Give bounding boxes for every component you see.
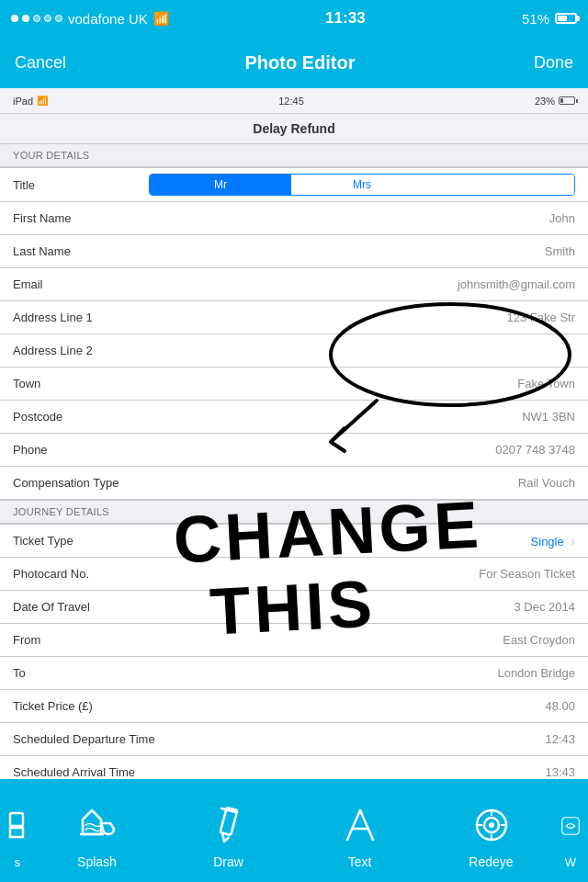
ipad-label: iPad [13,96,33,107]
ipad-battery-body [559,96,575,105]
value-compensation: Rail Vouch [141,476,575,490]
label-compensation: Compensation Type [13,476,141,490]
tool-item-partial-right: W [557,793,584,869]
main-content: iPad 📶 12:45 23% Delay Refund YOUR DETAI… [0,88,588,779]
svg-rect-3 [10,813,23,826]
section-journey-details: JOURNEY DETAILS [0,500,588,524]
value-price: 48.00 [141,699,575,713]
value-last-name: Smith [141,244,575,258]
label-arrival: Scheduled Arrival Time [13,765,141,779]
value-first-name: John [141,211,575,225]
tool-text[interactable]: Text [294,792,425,869]
text-icon [336,801,384,849]
dot-1 [11,15,18,22]
value-ticket-type: Single › [141,534,575,548]
label-town: Town [13,377,141,390]
done-button[interactable]: Done [534,53,573,73]
value-arrival: 13:43 [141,765,575,779]
label-first-name: First Name [13,211,141,225]
ipad-status-bar: iPad 📶 12:45 23% [0,88,588,114]
label-postcode: Postcode [13,410,141,424]
tool-item-partial-left: s [4,793,31,869]
field-departure: Scheduled Departure Time 12:43 [0,723,588,756]
ipad-status-left: iPad 📶 [13,96,48,107]
field-compensation: Compensation Type Rail Vouch [0,467,588,500]
title-segment[interactable]: Mr Mrs [149,174,575,196]
wifi-icon: 📶 [153,11,169,26]
label-address1: Address Line 1 [13,311,141,324]
field-town: Town Fake Town [0,368,588,401]
page-title: Delay Refund [0,114,588,143]
label-ticket-type: Ticket Type [13,534,141,548]
value-photocard: For Season Ticket [141,567,575,581]
battery-percent: 51% [522,11,549,27]
carrier-label: vodafone UK [68,11,148,27]
signal-dots [11,15,62,22]
text-label: Text [348,854,372,869]
field-first-name: First Name John [0,202,588,235]
value-travel-date: 3 Dec 2014 [141,600,575,614]
value-town: Fake Town [141,377,575,390]
redeye-label: Redeye [469,854,513,869]
segment-mrs[interactable]: Mrs [291,175,433,195]
svg-rect-12 [562,817,579,833]
partial-right-icon [560,802,582,850]
label-from: From [13,633,141,647]
partial-left-label: s [15,855,21,869]
value-from: East Croydon [141,633,575,647]
draw-icon [205,801,253,849]
redeye-icon [468,801,515,849]
field-arrival: Scheduled Arrival Time 13:43 [0,756,588,779]
battery-body [555,13,577,24]
segment-empty[interactable] [433,175,574,195]
field-from: From East Croydon [0,624,588,657]
field-travel-date: Date Of Travel 3 Dec 2014 [0,591,588,624]
status-right: 51% [522,11,577,27]
value-departure: 12:43 [155,732,575,746]
dot-3 [33,15,40,22]
label-photocard: Photocard No. [13,567,141,581]
value-to: London Bridge [141,666,575,680]
value-postcode: NW1 3BN [141,410,575,424]
status-time: 11:33 [325,9,365,28]
bottom-toolbar: s Splash Draw [0,779,588,882]
field-title: Title Mr Mrs [0,168,588,202]
partial-right-label: W [565,855,576,869]
field-photocard: Photocard No. For Season Ticket [0,558,588,591]
label-to: To [13,666,141,680]
tool-splash[interactable]: Splash [31,792,163,869]
ipad-battery-percent: 23% [535,96,555,107]
field-ticket-type: Ticket Type Single › [0,525,588,558]
form-container: YOUR DETAILS Title Mr Mrs First Name Joh… [0,143,588,779]
value-address1: 123 Fake Str [141,311,575,324]
segment-mr[interactable]: Mr [150,175,291,195]
nav-title: Photo Editor [245,52,356,74]
nav-bar: Cancel Photo Editor Done [0,37,588,88]
draw-label: Draw [213,854,243,869]
tool-redeye[interactable]: Redeye [425,792,557,869]
cancel-button[interactable]: Cancel [15,53,66,73]
your-details-table: Title Mr Mrs First Name John Last Name S… [0,167,588,500]
label-price: Ticket Price (£) [13,699,141,713]
ipad-battery-fill [560,98,563,103]
splash-icon [74,801,121,849]
ipad-screen: iPad 📶 12:45 23% Delay Refund YOUR DETAI… [0,88,588,779]
field-price: Ticket Price (£) 48.00 [0,690,588,723]
ipad-status-right: 23% [535,96,575,107]
field-postcode: Postcode NW1 3BN [0,401,588,434]
dot-2 [22,15,29,22]
value-phone: 0207 748 3748 [141,443,575,457]
field-email: Email johnsmith@gmail.com [0,268,588,301]
status-left: vodafone UK 📶 [11,11,169,27]
ipad-wifi-icon: 📶 [37,96,48,106]
field-to: To London Bridge [0,657,588,690]
label-address2: Address Line 2 [13,344,141,357]
partial-left-icon [6,802,28,850]
section-your-details: YOUR DETAILS [0,143,588,167]
ipad-time: 12:45 [278,96,304,107]
label-travel-date: Date Of Travel [13,600,141,614]
label-last-name: Last Name [13,244,141,258]
tool-draw[interactable]: Draw [163,792,294,869]
label-departure: Scheduled Departure Time [13,732,155,746]
dot-4 [44,15,51,22]
